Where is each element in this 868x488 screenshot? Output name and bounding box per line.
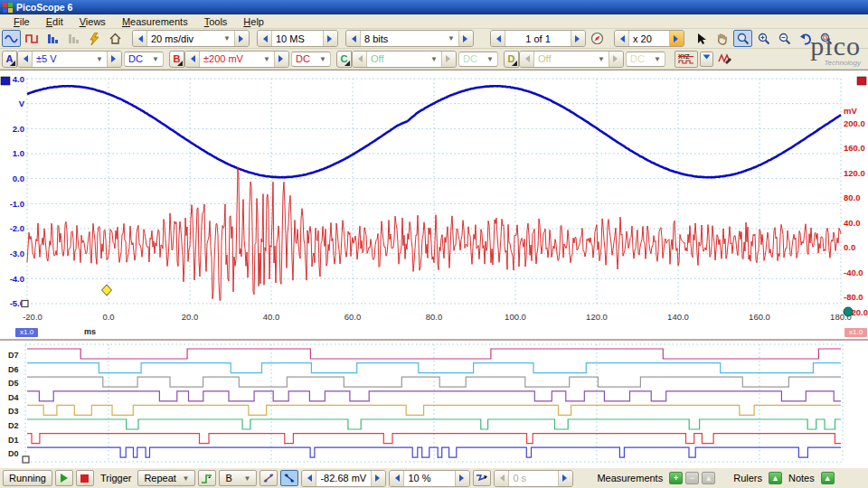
scope-view-button[interactable] (2, 30, 21, 47)
zoom-factor-next-button[interactable] (670, 31, 684, 46)
trigger-marker-diamond[interactable] (102, 285, 112, 296)
channel-b-button[interactable]: B (169, 51, 184, 68)
notes-button[interactable]: ▲ (821, 472, 835, 484)
zoom-out-button[interactable] (775, 30, 794, 47)
zoom-full-button[interactable] (816, 30, 835, 47)
resolution-select[interactable]: 8 bits▼ (360, 31, 459, 46)
left-axis-label: 1.0 (13, 148, 24, 158)
channel-a-axis-indicator[interactable] (1, 77, 10, 85)
pretrigger-up-button[interactable] (456, 471, 469, 486)
pretrigger-input[interactable]: 10 % (403, 471, 456, 486)
zoom-factor-prev-button[interactable] (615, 31, 628, 46)
channel-b-axis-indicator[interactable] (857, 77, 866, 85)
channel-d-button[interactable]: D (504, 51, 519, 68)
time-axis-label: 20.0 (182, 312, 199, 322)
channel-offset-marker[interactable] (844, 307, 853, 316)
menu-item-views[interactable]: Views (71, 15, 114, 28)
lightning-icon (89, 33, 100, 45)
segment-next-button[interactable] (571, 31, 585, 46)
start-button[interactable] (55, 470, 73, 486)
menu-item-help[interactable]: Help (235, 15, 272, 28)
menu-item-measurements[interactable]: Measurements (114, 15, 196, 28)
rulers-button[interactable]: ▲ (769, 472, 782, 484)
trigger-level-up-button[interactable] (372, 471, 385, 486)
menu-item-edit[interactable]: Edit (38, 15, 71, 28)
scope-view[interactable]: 4.0V2.01.00.0-1.0-2.0-3.0-4.0-5.0mV200.0… (0, 70, 868, 339)
segment-navigator-button[interactable] (588, 30, 607, 47)
post-trigger-down-button[interactable] (495, 471, 508, 486)
pointer-tool-button[interactable] (692, 30, 711, 47)
rulers-label: Rulers (730, 473, 766, 483)
home-button[interactable] (106, 30, 125, 47)
persistence-spectrum-button[interactable] (64, 30, 83, 47)
scope-canvas[interactable]: 4.0V2.01.00.0-1.0-2.0-3.0-4.0-5.0mV200.0… (0, 70, 868, 339)
add-measurement-button[interactable]: + (669, 472, 683, 484)
pretrigger-down-button[interactable] (390, 471, 403, 486)
channel-d-coupling-select[interactable]: DC▼ (626, 52, 665, 67)
menu-item-file[interactable]: File (5, 15, 38, 28)
running-button[interactable]: Running (3, 470, 52, 486)
timebase-next-button[interactable] (235, 31, 249, 46)
channel-d-range-prev[interactable] (520, 52, 533, 67)
hand-tool-button[interactable] (712, 30, 731, 47)
spectrum-bars-icon (46, 33, 60, 44)
remove-measurement-button[interactable]: − (685, 472, 699, 484)
falling-edge-button[interactable] (280, 470, 298, 486)
channel-b-range-next[interactable] (275, 52, 288, 67)
timebase-prev-button[interactable] (133, 31, 146, 46)
channel-a-range-next[interactable] (108, 52, 121, 67)
channel-c-range-next[interactable] (442, 52, 456, 67)
digital-origin-handle[interactable] (23, 456, 29, 463)
channel-a-coupling-select[interactable]: DC▼ (124, 52, 164, 67)
timebase-select[interactable]: 20 ms/div▼ (146, 31, 235, 46)
post-trigger-arrow-button[interactable] (473, 470, 491, 486)
zoom-factor-input[interactable]: x 20 (628, 31, 670, 46)
segment-prev-button[interactable] (491, 31, 505, 46)
auto-setup-button[interactable] (85, 30, 104, 47)
resolution-prev-button[interactable] (346, 31, 360, 46)
trigger-mode-select[interactable]: Repeat▼ (137, 470, 195, 486)
spectrum-view-button[interactable] (43, 30, 62, 47)
persistence-view-button[interactable] (23, 30, 42, 47)
trigger-source-select[interactable]: B▼ (219, 470, 257, 486)
edit-measurement-button[interactable]: ▲ (702, 472, 715, 484)
channel-a-button[interactable]: A (2, 51, 17, 68)
trigger-level-down-button[interactable] (302, 471, 316, 486)
channel-b-coupling-select[interactable]: DC▼ (291, 52, 331, 67)
channel-c-coupling-select[interactable]: DC▼ (458, 52, 498, 67)
advanced-trigger-button[interactable] (198, 470, 216, 486)
channel-c-range-select[interactable]: Off▼ (366, 52, 442, 67)
undo-zoom-button[interactable] (796, 30, 815, 47)
digital-view[interactable]: D7D6D5D4D3D2D1D0 (0, 339, 868, 467)
chevron-down-icon: ▼ (314, 55, 326, 63)
channel-b-range-prev[interactable] (185, 52, 199, 67)
channel-c-button[interactable]: C (336, 51, 352, 68)
chevron-down-icon: ▼ (442, 34, 455, 42)
resolution-next-button[interactable] (459, 31, 473, 46)
channel-c-range-prev[interactable] (353, 52, 366, 67)
digital-canvas[interactable]: D7D6D5D4D3D2D1D0 (0, 341, 868, 467)
digital-inputs-button[interactable]: XYZ (675, 51, 698, 68)
samples-prev-button[interactable] (258, 31, 271, 46)
segment-input[interactable]: 1 of 1 (505, 31, 571, 46)
sine-icon (5, 33, 18, 44)
digital-inputs-dropdown[interactable] (700, 52, 713, 67)
post-trigger-input[interactable]: 0 s (508, 471, 559, 486)
channel-a-range-select[interactable]: ±5 V▼ (32, 52, 108, 67)
math-channels-button[interactable] (715, 51, 734, 68)
stop-button[interactable] (76, 470, 94, 486)
samples-input[interactable]: 10 MS (271, 31, 324, 46)
menu-item-tools[interactable]: Tools (196, 15, 236, 28)
samples-next-button[interactable] (324, 31, 337, 46)
post-trigger-up-button[interactable] (559, 471, 572, 486)
trigger-level-input[interactable]: -82.68 mV (316, 471, 372, 486)
zoom-tool-button[interactable] (733, 30, 752, 47)
segment-control: 1 of 1 (490, 30, 586, 47)
zoom-in-button[interactable] (754, 30, 773, 47)
channel-d-range-select[interactable]: Off▼ (533, 52, 609, 67)
axis-origin-handle[interactable] (22, 301, 28, 307)
channel-a-range-prev[interactable] (18, 52, 32, 67)
rising-edge-button[interactable] (259, 470, 278, 486)
channel-d-range-next[interactable] (609, 52, 623, 67)
channel-b-range-select[interactable]: ±200 mV▼ (199, 52, 275, 67)
